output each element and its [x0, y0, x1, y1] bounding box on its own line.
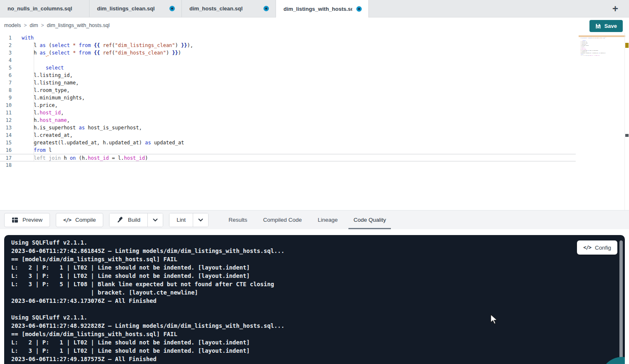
minimap-change-marker — [579, 35, 625, 37]
tab-label: dim_listings_clean.sql — [97, 5, 155, 12]
tab-label: dim_hosts_clean.sql — [189, 5, 243, 12]
tab-label: dim_listings_with_hosts.sql — [283, 6, 352, 12]
code-line[interactable]: 8 l.room_type, — [0, 87, 629, 94]
hammer-icon — [117, 216, 124, 223]
action-bar: Preview </> Compile Build Lint — [0, 210, 629, 229]
code-text: l as (select * from {{ ref("dim_listings… — [22, 42, 193, 49]
code-line[interactable]: 13 h.is_superhost as host_is_superhost, — [0, 124, 629, 131]
lint-button-group: Lint — [169, 213, 209, 227]
tab-label: no_nulls_in_columns.sql — [7, 5, 72, 12]
terminal-line: L: 2 | P: 1 | LT02 | Line should not be … — [11, 263, 284, 272]
build-dropdown-button[interactable] — [147, 213, 163, 227]
minimap-line — [579, 56, 620, 57]
breadcrumb-separator: > — [24, 22, 27, 28]
terminal-line: L: 3 | P: 1 | LT02 | Line should not be … — [11, 347, 284, 355]
tab-dim-listings-clean-sql[interactable]: dim_listings_clean.sql — [90, 0, 182, 17]
code-line[interactable]: 17 left join h on (h.host_id = l.host_id… — [0, 154, 576, 161]
panel-tab-results[interactable]: Results — [227, 210, 249, 229]
code-text: h as (select * from {{ ref("dim_hosts_cl… — [22, 49, 181, 57]
new-tab-button[interactable]: + — [612, 0, 618, 17]
code-line[interactable]: 15 greatest(l.updated_at, h.updated_at) … — [0, 139, 629, 146]
line-number: 18 — [0, 161, 12, 169]
code-text: left join h on (h.host_id = l.host_id) — [579, 55, 599, 56]
minimap-content: with l as (select * from {{ ref("dim_lis… — [579, 35, 620, 57]
line-number: 3 — [0, 49, 12, 57]
help-bubble-button[interactable] — [600, 357, 625, 364]
lint-dropdown-button[interactable] — [193, 213, 208, 227]
terminal-line: L: 2 | P: 1 | LT02 | Line should not be … — [11, 338, 284, 347]
code-line[interactable]: 2 l as (select * from {{ ref("dim_listin… — [0, 42, 629, 49]
code-line[interactable]: 1with — [0, 34, 629, 42]
code-line[interactable]: 4 — [0, 57, 629, 64]
panel-tab-compiled-code[interactable]: Compiled Code — [261, 210, 303, 229]
code-text: l.listing_id, — [22, 72, 73, 79]
code-editor[interactable]: 1with2 l as (select * from {{ ref("dim_l… — [0, 33, 629, 210]
terminal-line: L: 3 | P: 1 | LT02 | Line should not be … — [11, 272, 284, 280]
editor-lines: 1with2 l as (select * from {{ ref("dim_l… — [0, 34, 629, 169]
code-line[interactable]: 12 h.host_name, — [0, 116, 629, 124]
lint-button[interactable]: Lint — [169, 213, 193, 227]
modified-indicator-core — [358, 8, 360, 10]
panel-tabs: ResultsCompiled CodeLineageCode Quality — [227, 210, 388, 229]
save-button[interactable]: Save — [589, 20, 623, 32]
terminal-line: 2023-06-06T11:27:49.187575Z — All Finish… — [11, 355, 284, 363]
tab-no-nulls-in-columns-sql[interactable]: no_nulls_in_columns.sql — [0, 0, 90, 17]
terminal-scrollbar[interactable] — [619, 240, 623, 361]
config-button[interactable]: </> Config — [577, 240, 617, 255]
breadcrumb-item-models[interactable]: models — [4, 22, 21, 28]
line-number: 8 — [0, 87, 12, 94]
tab-dim-hosts-clean-sql[interactable]: dim_hosts_clean.sql — [182, 0, 276, 17]
terminal-line: 2023-06-06T11:27:42.861845Z — Linting mo… — [11, 247, 284, 255]
save-button-label: Save — [604, 23, 617, 29]
code-line[interactable]: 11 l.host_id, — [0, 109, 629, 116]
terminal-line: Using SQLFluff v2.1.1. — [11, 238, 284, 247]
tab-dim-listings-with-hosts-sql[interactable]: dim_listings_with_hosts.sql — [276, 0, 369, 17]
terminal-output: Using SQLFluff v2.1.1.2023-06-06T11:27:4… — [11, 238, 284, 363]
line-number: 15 — [0, 139, 12, 146]
panel-tab-lineage[interactable]: Lineage — [316, 210, 339, 229]
line-number: 6 — [0, 72, 12, 79]
line-number: 12 — [0, 116, 12, 124]
terminal-line: 2023-06-06T11:27:48.922828Z — Linting mo… — [11, 322, 284, 330]
modified-indicator-core — [265, 7, 267, 10]
build-button[interactable]: Build — [109, 213, 147, 227]
breadcrumb-item-dim[interactable]: dim — [30, 22, 38, 28]
preview-button[interactable]: Preview — [4, 213, 50, 227]
code-text: greatest(l.updated_at, h.updated_at) as … — [22, 139, 184, 146]
line-number: 16 — [0, 146, 12, 154]
code-line[interactable]: 9 l.minimum_nights, — [0, 94, 629, 102]
code-line[interactable]: 5 select — [0, 64, 629, 72]
build-button-label: Build — [128, 217, 140, 223]
panel-tab-code-quality[interactable]: Code Quality — [352, 210, 388, 229]
code-line[interactable]: 3 h as (select * from {{ ref("dim_hosts_… — [0, 49, 629, 57]
line-number: 17 — [0, 154, 12, 161]
code-text: l.listing_name, — [22, 79, 79, 87]
code-icon: </> — [583, 245, 591, 250]
compile-button[interactable]: </> Compile — [56, 213, 103, 227]
modified-indicator-core — [171, 7, 173, 10]
code-line[interactable]: 10 l.price, — [0, 102, 629, 109]
code-line[interactable]: 7 l.listing_name, — [0, 79, 629, 87]
code-line[interactable]: 18 — [0, 161, 629, 169]
line-number: 4 — [0, 57, 12, 64]
minimap[interactable]: with l as (select * from {{ ref("dim_lis… — [579, 35, 620, 89]
breadcrumb-item-dim-listings-with-hosts-sql[interactable]: dim_listings_with_hosts.sql — [47, 22, 109, 28]
code-line[interactable]: 6 l.listing_id, — [0, 72, 629, 79]
config-button-label: Config — [595, 245, 611, 251]
line-number: 2 — [0, 42, 12, 49]
build-button-group: Build — [109, 213, 163, 227]
terminal-line: Using SQLFluff v2.1.1. — [11, 313, 284, 322]
code-text: select — [22, 64, 64, 72]
chevron-down-icon — [153, 218, 158, 222]
terminal-line: | bracket. [layout.cte_newline] — [11, 288, 284, 297]
code-text: h.is_superhost as host_is_superhost, — [22, 124, 142, 131]
breadcrumb: models>dim>dim_listings_with_hosts.sql — [4, 22, 109, 28]
code-text: l.price, — [22, 102, 58, 109]
line-number: 9 — [0, 94, 12, 102]
dbt-ide-window: no_nulls_in_columns.sqldim_listings_clea… — [0, 0, 629, 364]
line-number: 13 — [0, 124, 12, 131]
scrollbar-lint-marker — [625, 43, 629, 48]
code-line[interactable]: 16 from l — [0, 146, 629, 154]
code-line[interactable]: 14 l.created_at, — [0, 131, 629, 139]
terminal-line — [11, 305, 284, 313]
